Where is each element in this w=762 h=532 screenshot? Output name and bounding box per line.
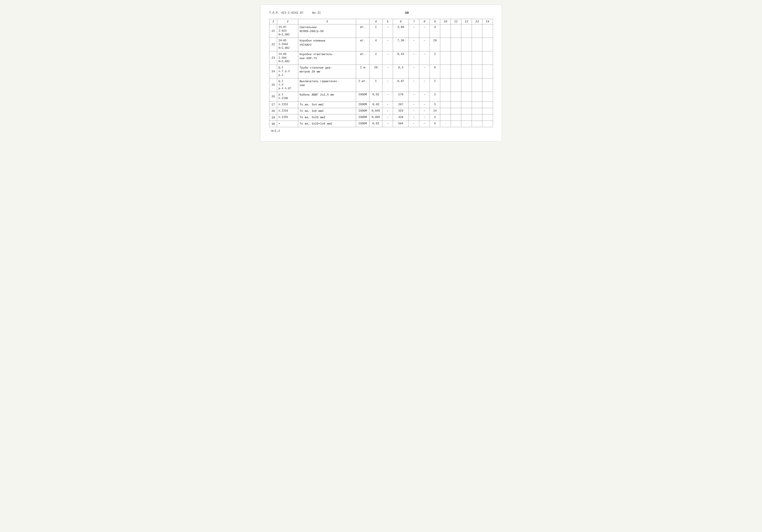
table-row: 24Ц.Iч.I р.3р.2Трубы стальные диа-метром… (269, 65, 493, 78)
cell-r4-c0: 25 (269, 78, 277, 92)
cell-r5-c4: 0,OI (369, 92, 382, 101)
cell-r7-c9: I4 (430, 108, 440, 114)
document-section: Ал.II (312, 11, 321, 15)
cell-r2-c13 (472, 51, 482, 65)
cell-r7-c5: – (382, 108, 393, 114)
cell-r4-c1: Ц.Iч.5р.4 п.87 (277, 78, 298, 92)
cell-r4-c9: I (430, 78, 440, 92)
cell-r8-c7: – (409, 114, 419, 121)
cell-r2-c0: 23 (269, 51, 277, 65)
cell-r5-c3: IОООМ (356, 92, 369, 101)
cell-r3-c11 (451, 65, 461, 78)
cell-r6-c10 (440, 101, 451, 108)
col-header-1: I (269, 19, 277, 25)
table-row: 29п.I255То же, 3хIO мм2IОООМ0,005–420––2 (269, 114, 493, 121)
cell-r2-c9: I (430, 51, 440, 65)
cell-r6-c8: – (419, 101, 430, 108)
cell-r1-c8: – (419, 38, 430, 51)
col-header-14: I4 (482, 19, 493, 25)
cell-r6-c9: 5 (430, 101, 440, 108)
cell-r4-c4: I (369, 78, 382, 92)
cell-r0-c2: СветильникНСПО9–200/р–50 (298, 25, 356, 38)
cell-r7-c6: 3I5 (393, 108, 409, 114)
col-header-unit (356, 19, 369, 25)
cell-r6-c6: 267 (393, 101, 409, 108)
cell-r7-c13 (472, 108, 482, 114)
cell-r8-c8: – (419, 114, 430, 121)
cell-r3-c8: – (419, 65, 430, 78)
cell-r9-c2: То же, 3хIO+Iх6 мм2 (298, 121, 356, 127)
cell-r4-c8: – (419, 78, 430, 92)
cell-r9-c3: IОООМ (356, 121, 369, 127)
cell-r9-c6: 504 (393, 121, 409, 127)
cell-r6-c4: 0,02 (369, 101, 382, 108)
col-header-2: 2 (277, 19, 298, 25)
cell-r1-c14 (482, 38, 493, 51)
cell-r9-c8: – (419, 121, 430, 127)
cell-r1-c10 (440, 38, 451, 51)
cell-r0-c4: I (369, 25, 382, 38)
cell-r3-c3: I м (356, 65, 369, 78)
cell-r1-c11 (451, 38, 461, 51)
cell-r4-c12 (461, 78, 472, 92)
cell-r6-c13 (472, 101, 482, 108)
table-row: 26р.Iп.II96Кабель АВВГ 2х2,5 ммIОООМ0,OI… (269, 92, 493, 101)
cell-r8-c11 (451, 114, 461, 121)
cell-r1-c3: шт. (356, 38, 369, 51)
cell-r6-c1: п.I253 (277, 101, 298, 108)
cell-r6-c12 (461, 101, 472, 108)
cell-r4-c6: 0,87 (393, 78, 409, 92)
cell-r6-c3: IОООМ (356, 101, 369, 108)
cell-r8-c1: п.I255 (277, 114, 298, 121)
cell-r9-c13 (472, 121, 482, 127)
cell-r4-c13 (472, 78, 482, 92)
cell-r5-c8: – (419, 92, 430, 101)
cell-r0-c11 (451, 25, 461, 38)
table-row: 27п.I253То же, 3х4 мм2IОООМ0,02–267––5 (269, 101, 493, 108)
cell-r7-c4: 0,045 (369, 108, 382, 114)
cell-r9-c0: 30 (269, 121, 277, 127)
col-header-10: IO (440, 19, 451, 25)
cell-r7-c14 (482, 108, 493, 114)
cell-r9-c10 (440, 121, 451, 127)
col-header-9: 9 (430, 19, 440, 25)
cell-r3-c0: 24 (269, 65, 277, 78)
cell-r4-c3: I шт. (356, 78, 369, 92)
table-row: 28п.I254То же, 3х6 мм2IОООМ0,045–3I5––I4 (269, 108, 493, 114)
cell-r0-c7: – (409, 25, 419, 38)
cell-r3-c1: Ц.Iч.I р.3р.2 (277, 65, 298, 78)
cell-r7-c1: п.I254 (277, 108, 298, 114)
cell-r5-c10 (440, 92, 451, 101)
table-row: 2224–05I–I043K=I,082Коробки клемныеУ6I4А… (269, 38, 493, 51)
cell-r5-c6: I79 (393, 92, 409, 101)
col-header-11: II (451, 19, 461, 25)
cell-r6-c0: 27 (269, 101, 277, 108)
cell-r7-c3: IОООМ (356, 108, 369, 114)
cell-r2-c2: Коробки ответвитель-ные КОР–73 (298, 51, 356, 65)
cell-r3-c9: 6 (430, 65, 440, 78)
cell-r4-c7: – (409, 78, 419, 92)
cell-r9-c4: 0,OI (369, 121, 382, 127)
cell-r2-c8: – (419, 51, 430, 65)
table-row: 2324–05I–364K=I,082Коробки ответвитель-н… (269, 51, 493, 65)
table-row: 2II5–07I–023K=I,082СветильникНСПО9–200/р… (269, 25, 493, 38)
cell-r5-c14 (482, 92, 493, 101)
cell-r0-c0: 2I (269, 25, 277, 38)
cell-r9-c11 (451, 121, 461, 127)
cell-r3-c12 (461, 65, 472, 78)
cell-r3-c13 (472, 65, 482, 78)
page-header: Т.П.Р. 4II-I-OI4I.87 Ал.II 39 (269, 11, 493, 15)
cell-r1-c2: Коробки клемныеУ6I4АУ2 (298, 38, 356, 51)
cell-r8-c5: – (382, 114, 393, 121)
cell-r0-c3: шт. (356, 25, 369, 38)
cell-r4-c10 (440, 78, 451, 92)
col-header-7: 7 (409, 19, 419, 25)
cell-r7-c11 (451, 108, 461, 114)
table-header-row: I 2 3 4 5 6 7 8 9 IO II I2 I3 I4 (269, 19, 493, 25)
cell-r8-c14 (482, 114, 493, 121)
cell-r6-c5: – (382, 101, 393, 108)
cell-r2-c3: шт. (356, 51, 369, 65)
col-header-6: 6 (393, 19, 409, 25)
cell-r0-c9: 3 (430, 25, 440, 38)
cell-r4-c11 (451, 78, 461, 92)
